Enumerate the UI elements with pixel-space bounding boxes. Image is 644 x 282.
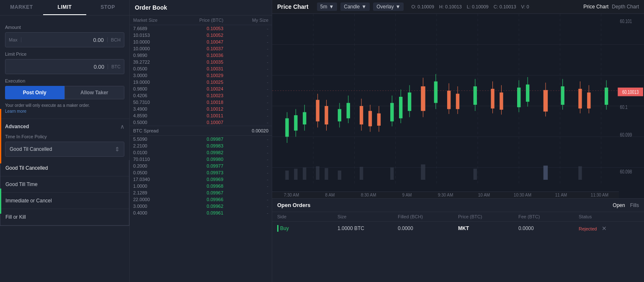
ask-price[interactable]: 0.10053	[178, 26, 224, 31]
bid-price[interactable]: 0.09966	[178, 197, 224, 202]
svg-text:60.099: 60.099	[620, 132, 632, 138]
advanced-title: Advanced	[5, 124, 29, 129]
ask-my-size: -	[223, 86, 268, 91]
post-only-button[interactable]: Post Only	[5, 86, 64, 99]
tif-option-gtt[interactable]: Good Till Time	[0, 176, 129, 193]
bid-price[interactable]: 0.09962	[178, 204, 224, 209]
tif-dropdown: Good Til Cancelled Good Till Time Immedi…	[0, 160, 129, 226]
ask-price[interactable]: 0.10007	[178, 120, 224, 125]
ask-size: 0.0500	[133, 66, 178, 71]
bid-price[interactable]: 0.09961	[178, 210, 224, 215]
buy-bar	[277, 225, 278, 232]
tab-limit[interactable]: LIMIT	[43, 0, 86, 15]
ask-price[interactable]: 0.10036	[178, 53, 224, 58]
ask-my-size: -	[223, 60, 268, 65]
col-my-size: My Size	[223, 18, 268, 23]
advanced-section-header[interactable]: Advanced ∧	[0, 119, 129, 134]
bid-size: 5.5090	[133, 137, 178, 142]
chart-header-row: Price Chart 5m ▼ Candle ▼ Overlay ▼ O:	[277, 3, 639, 11]
ask-price[interactable]: 0.10029	[178, 73, 224, 78]
col-size: Size	[337, 214, 398, 219]
bid-size: 0.0100	[133, 150, 178, 155]
svg-rect-73	[360, 167, 363, 180]
bid-my-size: -	[223, 197, 268, 202]
svg-rect-71	[325, 168, 328, 180]
learn-more-link[interactable]: Learn more	[5, 109, 26, 114]
bid-price[interactable]: 0.09980	[178, 157, 224, 162]
bid-size: 2.2100	[133, 143, 178, 148]
order-form: Amount Max 0.00 BCH Limit Price 0.00 BTC…	[0, 16, 129, 114]
chart-area: 60.101 60.10013 60.1 60.099 60.098 60.10…	[272, 14, 644, 198]
timeframe-chevron: ▼	[329, 4, 334, 10]
execution-label: Execution	[5, 78, 124, 83]
svg-rect-72	[338, 171, 341, 180]
ask-size: 10.0000	[133, 46, 178, 51]
amount-value[interactable]: 0.00	[21, 37, 107, 43]
tif-select[interactable]: Good Til Cancelled ⇕	[5, 142, 124, 157]
main-layout: MARKET LIMIT STOP Amount Max 0.00 BCH Li…	[0, 0, 644, 282]
ask-row: 10.0000 0.10037 -	[130, 45, 272, 52]
close-order-button[interactable]: ✕	[602, 225, 607, 232]
ask-price[interactable]: 0.10018	[178, 100, 224, 105]
ask-size: 0.9890	[133, 53, 178, 58]
x-tick-830: 8:30 AM	[349, 193, 388, 197]
tif-selected-value: Good Til Cancelled	[10, 146, 52, 152]
col-filled: Filled (BCH)	[398, 214, 458, 219]
ask-my-size: -	[223, 106, 268, 111]
ask-row: 0.5000 0.10007 -	[130, 119, 272, 126]
bid-price[interactable]: 0.09967	[178, 190, 224, 195]
col-status: Status	[579, 214, 639, 219]
tab-market[interactable]: MARKET	[0, 0, 43, 15]
bid-price[interactable]: 0.09968	[178, 184, 224, 189]
tab-stop[interactable]: STOP	[86, 0, 129, 15]
bid-row: 0.4000 0.09961 -	[130, 210, 272, 216]
bid-row: 0.0500 0.09973 -	[130, 169, 272, 176]
bid-my-size: -	[223, 210, 268, 215]
ask-my-size: -	[223, 66, 268, 71]
tif-option-gtc[interactable]: Good Til Cancelled	[0, 160, 129, 176]
maker-note: Your order will only execute as a maker …	[5, 103, 124, 114]
ask-price[interactable]: 0.10052	[178, 33, 224, 38]
ask-price[interactable]: 0.10037	[178, 46, 224, 51]
tab-depth-chart[interactable]: Depth Chart	[612, 4, 639, 10]
ask-size: 0.4206	[133, 93, 178, 98]
order-status: Rejected ✕	[579, 225, 639, 232]
bid-size: 22.0000	[133, 197, 178, 202]
overlay-selector[interactable]: Overlay ▼	[373, 3, 404, 11]
bid-price[interactable]: 0.09983	[178, 143, 224, 148]
bid-price[interactable]: 0.09977	[178, 163, 224, 168]
timeframe-selector[interactable]: 5m ▼	[317, 3, 337, 11]
tab-open[interactable]: Open	[613, 202, 625, 208]
bid-size: 0.2000	[133, 163, 178, 168]
ask-price[interactable]: 0.10035	[178, 60, 224, 65]
ask-row: 19.0000 0.10025 -	[130, 79, 272, 85]
bid-price[interactable]: 0.09987	[178, 137, 224, 142]
ask-price[interactable]: 0.10011	[178, 113, 224, 118]
limit-price-value[interactable]: 0.00	[5, 64, 108, 70]
ask-price[interactable]: 0.10012	[178, 106, 224, 111]
bid-price[interactable]: 0.09982	[178, 150, 224, 155]
bid-my-size: -	[223, 157, 268, 162]
tif-option-ioc[interactable]: Immediate or Cancel	[0, 193, 129, 209]
bid-row: 5.5090 0.09987 -	[130, 136, 272, 142]
ask-row: 0.4206 0.10023 -	[130, 92, 272, 99]
bid-my-size: -	[223, 190, 268, 195]
bid-price[interactable]: 0.09973	[178, 170, 224, 175]
candle-chevron: ▼	[361, 4, 366, 10]
ask-price[interactable]: 0.10047	[178, 39, 224, 44]
ask-price[interactable]: 0.10024	[178, 86, 224, 91]
ask-price[interactable]: 0.10025	[178, 80, 224, 85]
tab-price-chart[interactable]: Price Chart	[583, 4, 608, 10]
ask-size: 19.0000	[133, 80, 178, 85]
tif-option-fok[interactable]: Fill or Kill	[0, 209, 129, 225]
tab-fills[interactable]: Fills	[630, 202, 639, 208]
candle-selector[interactable]: Candle ▼	[340, 3, 370, 11]
order-type-tabs: MARKET LIMIT STOP	[0, 0, 129, 16]
amount-unit: BCH	[107, 37, 124, 42]
allow-taker-button[interactable]: Allow Taker	[64, 86, 125, 99]
bid-price[interactable]: 0.09969	[178, 177, 224, 182]
svg-rect-78	[578, 166, 582, 180]
execution-toggle: Post Only Allow Taker	[5, 86, 124, 99]
ask-price[interactable]: 0.10031	[178, 66, 224, 71]
ask-price[interactable]: 0.10023	[178, 93, 224, 98]
